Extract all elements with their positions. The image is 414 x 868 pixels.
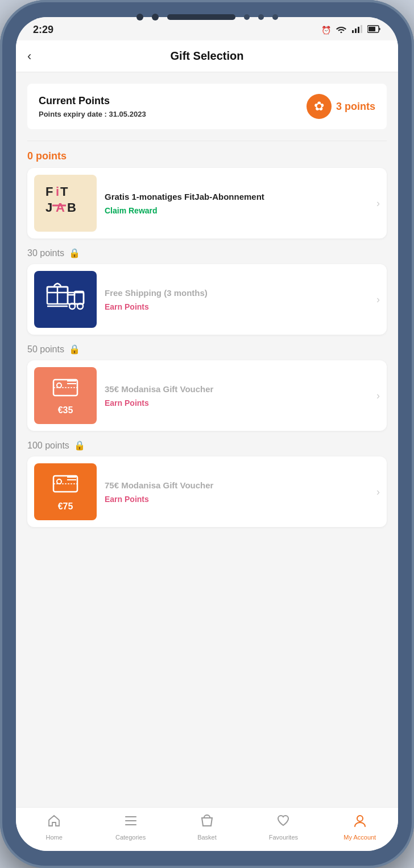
tier-50-reward-card[interactable]: €35 35€ Modanisa Gift Voucher Earn Point…	[27, 360, 387, 431]
tier-100-chevron-icon: ›	[376, 486, 380, 498]
expiry-date: 31.05.2023	[109, 110, 146, 118]
fitjab-image: F i T J A B	[34, 175, 97, 232]
tier-30-reward-card[interactable]: Free Shipping (3 months) Earn Points ›	[27, 264, 387, 335]
points-badge: ✿ 3 points	[307, 94, 375, 119]
svg-text:A: A	[56, 200, 65, 215]
nav-basket[interactable]: Basket	[184, 813, 230, 841]
nav-home[interactable]: Home	[31, 813, 77, 841]
camera-side-3	[272, 14, 278, 20]
voucher-75-amount: €75	[51, 501, 80, 512]
camera-dot-left	[136, 14, 143, 20]
tier-50-earn-action[interactable]: Earn Points	[105, 398, 364, 408]
categories-icon	[123, 813, 138, 832]
svg-text:J: J	[45, 200, 52, 215]
tier-0-label: 0 points	[27, 150, 387, 162]
points-count: 3 points	[336, 101, 375, 113]
tier-50-points: 50 points	[27, 344, 64, 355]
expiry-label: Points expiry date :	[39, 110, 109, 118]
favourites-label: Favourites	[269, 834, 298, 841]
home-icon	[47, 813, 61, 832]
categories-label: Categories	[115, 834, 146, 841]
tier-100-reward-title: 75€ Modanisa Gift Voucher	[105, 480, 364, 491]
tier-100-lock-icon: 🔒	[74, 440, 85, 451]
svg-text:i: i	[56, 184, 59, 199]
screen: 2:29 ⏰	[16, 17, 398, 851]
voucher-75-image: €75	[34, 463, 97, 520]
tier-0-points: 0 points	[27, 150, 67, 162]
tier-50-reward-title: 35€ Modanisa Gift Voucher	[105, 384, 364, 395]
home-label: Home	[46, 834, 63, 841]
camera-area	[0, 0, 414, 34]
tier-100-reward-info: 75€ Modanisa Gift Voucher Earn Points	[105, 480, 364, 504]
expiry-text: Points expiry date : 31.05.2023	[39, 110, 146, 118]
svg-text:F: F	[45, 184, 53, 199]
tier-100-points: 100 points	[27, 441, 69, 451]
voucher-35-amount: €35	[51, 405, 80, 416]
tier-30-reward-info: Free Shipping (3 months) Earn Points	[105, 287, 364, 311]
back-button[interactable]: ‹	[27, 49, 31, 64]
svg-point-28	[57, 479, 61, 484]
nav-favourites[interactable]: Favourites	[260, 813, 306, 841]
current-points-section: Current Points Points expiry date : 31.0…	[27, 84, 387, 129]
basket-icon	[200, 813, 214, 832]
svg-point-35	[357, 816, 363, 821]
tier-50-chevron-icon: ›	[376, 390, 380, 402]
tier-30-label: 30 points 🔒	[27, 248, 387, 258]
nav-my-account[interactable]: My Account	[337, 813, 383, 841]
voucher-75-icon	[51, 472, 80, 499]
svg-point-23	[57, 383, 61, 388]
basket-label: Basket	[197, 834, 217, 841]
tier-0-claim-action[interactable]: Claim Reward	[105, 206, 364, 215]
tier-50-reward-info: 35€ Modanisa Gift Voucher Earn Points	[105, 384, 364, 408]
speaker-bar	[167, 14, 235, 20]
camera-side-2	[258, 14, 264, 20]
bottom-nav: Home Categories	[16, 807, 398, 851]
tier-50-section: 50 points 🔒	[27, 344, 387, 431]
tier-30-reward-title: Free Shipping (3 months)	[105, 287, 364, 299]
page-title: Gift Selection	[171, 50, 244, 63]
shipping-image	[34, 271, 97, 328]
favourites-icon	[276, 813, 291, 832]
tier-30-points: 30 points	[27, 248, 64, 258]
voucher-35-icon	[51, 376, 80, 403]
tier-100-reward-card[interactable]: €75 75€ Modanisa Gift Voucher Earn Point…	[27, 456, 387, 527]
points-flower-icon: ✿	[307, 94, 332, 119]
tier-0-reward-info: Gratis 1-monatiges FitJab-Abonnement Cla…	[105, 191, 364, 215]
camera-dot-main	[152, 14, 159, 20]
tier-50-label: 50 points 🔒	[27, 344, 387, 355]
camera-side-1	[244, 14, 250, 20]
tier-100-label: 100 points 🔒	[27, 440, 387, 451]
voucher-35-image: €35	[34, 367, 97, 424]
svg-text:B: B	[67, 200, 76, 215]
phone-shell: 2:29 ⏰	[0, 0, 414, 868]
tier-100-earn-action[interactable]: Earn Points	[105, 495, 364, 504]
tier-100-section: 100 points 🔒	[27, 440, 387, 527]
tier-30-section: 30 points 🔒	[27, 248, 387, 335]
tier-0-chevron-icon: ›	[376, 198, 380, 209]
tier-30-lock-icon: 🔒	[69, 248, 80, 258]
nav-categories[interactable]: Categories	[108, 813, 154, 841]
tier-0-section: 0 points F i T J A	[27, 150, 387, 238]
content-area: Current Points Points expiry date : 31.0…	[16, 72, 398, 807]
tier-30-chevron-icon: ›	[376, 294, 380, 306]
divider-1	[27, 141, 387, 141]
svg-rect-18	[74, 291, 84, 304]
current-points-title: Current Points	[39, 95, 146, 107]
tier-50-lock-icon: 🔒	[69, 344, 80, 355]
voucher-75-content: €75	[51, 472, 80, 512]
svg-text:T: T	[60, 184, 68, 199]
fitjab-logo: F i T J A B	[40, 180, 91, 227]
voucher-35-content: €35	[51, 376, 80, 416]
app-header: ‹ Gift Selection	[16, 40, 398, 72]
my-account-label: My Account	[343, 834, 376, 841]
points-info: Current Points Points expiry date : 31.0…	[39, 95, 146, 118]
tier-0-reward-title: Gratis 1-monatiges FitJab-Abonnement	[105, 191, 364, 203]
tier-0-reward-card[interactable]: F i T J A B	[27, 168, 387, 238]
my-account-icon	[353, 813, 367, 832]
tier-30-earn-action[interactable]: Earn Points	[105, 302, 364, 311]
